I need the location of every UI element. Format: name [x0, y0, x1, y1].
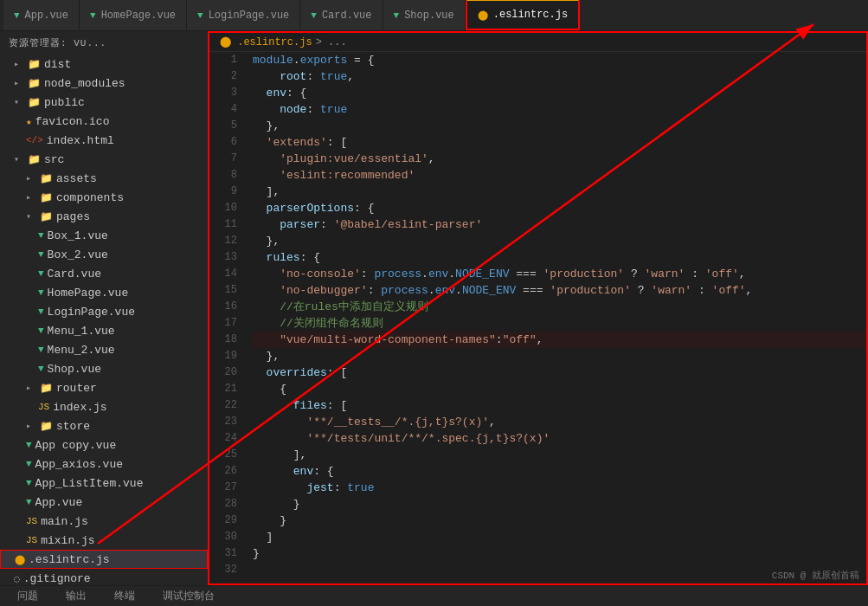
- vue-file-icon: ▼: [38, 345, 44, 355]
- sidebar-item-store[interactable]: ▸📁store: [0, 416, 208, 435]
- tree-item-label: index.js: [53, 401, 106, 414]
- sidebar-item-favicon_ico[interactable]: ★favicon.ico: [0, 112, 208, 131]
- tab-homepage-vue[interactable]: ▼ HomePage.vue: [80, 0, 187, 30]
- line-num-3: 3: [209, 85, 237, 101]
- tree-item-label: LoginPage.vue: [48, 306, 135, 319]
- sidebar-item-homepage_vue[interactable]: ▼HomePage.vue: [0, 283, 208, 302]
- code-line-13: rules: {: [253, 249, 866, 266]
- code-line-21: {: [253, 381, 866, 397]
- code-line-18: "vue/multi-word-component-names":"off",: [253, 332, 866, 348]
- sidebar-item-main_js[interactable]: JSmain.js: [0, 512, 208, 531]
- sidebar-item-card_vue[interactable]: ▼Card.vue: [0, 264, 208, 283]
- chevron-icon: ▸: [26, 383, 36, 393]
- ico-file-icon: ★: [26, 116, 32, 127]
- tree-item-label: HomePage.vue: [48, 287, 129, 300]
- tab-card-vue[interactable]: ▼ Card.vue: [300, 0, 383, 30]
- sidebar-item-app_copy_vue[interactable]: ▼App copy.vue: [0, 435, 208, 455]
- tab-app-vue[interactable]: ▼ App.vue: [3, 0, 80, 30]
- line-num-25: 25: [209, 447, 237, 463]
- chevron-icon: ▸: [14, 78, 24, 88]
- vue-file-icon: ▼: [26, 478, 32, 488]
- code-line-12: },: [253, 233, 866, 249]
- panel-tab-terminal[interactable]: 终端: [111, 589, 138, 603]
- code-line-19: },: [253, 348, 866, 364]
- sidebar-item-mixin_js[interactable]: JSmixin.js: [0, 531, 208, 550]
- sidebar-item-pages[interactable]: ▾📁pages: [0, 207, 208, 226]
- code-lines: module.exports = { root: true, env: { no…: [246, 52, 866, 583]
- sidebar-item-shop_vue[interactable]: ▼Shop.vue: [0, 359, 208, 378]
- line-num-28: 28: [209, 496, 237, 513]
- editor-scroll[interactable]: 1234567891011121314151617181920212223242…: [209, 52, 866, 583]
- code-line-17: //关闭组件命名规则: [253, 315, 866, 332]
- sidebar-item-box_2_vue[interactable]: ▼Box_2.vue: [0, 245, 208, 264]
- bottom-panel: 问题 输出 终端 调试控制台: [0, 585, 868, 606]
- folder-icon: 📁: [28, 96, 41, 109]
- vue-icon: ▼: [90, 10, 96, 21]
- code-container: 1234567891011121314151617181920212223242…: [209, 52, 866, 583]
- sidebar-item-menu_1_vue[interactable]: ▼Menu_1.vue: [0, 321, 208, 340]
- sidebar-item-box_1_vue[interactable]: ▼Box_1.vue: [0, 226, 208, 245]
- panel-tab-problems[interactable]: 问题: [14, 589, 42, 603]
- tree-item-label: dist: [44, 58, 71, 71]
- breadcrumb-eslint: ⬤ .eslintrc.js: [220, 35, 312, 48]
- tree-item-label: .eslintrc.js: [29, 553, 110, 566]
- line-num-5: 5: [209, 118, 237, 134]
- panel-tab-output[interactable]: 输出: [62, 589, 90, 603]
- code-line-28: }: [253, 496, 866, 513]
- sidebar-item-app_listitem_vue[interactable]: ▼App_ListItem.vue: [0, 474, 208, 493]
- sidebar-item-app_axios_vue[interactable]: ▼App_axios.vue: [0, 455, 208, 474]
- line-num-13: 13: [209, 249, 237, 266]
- tree-item-label: App_ListItem.vue: [35, 477, 144, 490]
- sidebar-item-node_modules[interactable]: ▸📁node_modules: [0, 74, 208, 93]
- sidebar-header: 资源管理器: VU...: [0, 31, 208, 55]
- line-num-8: 8: [209, 167, 237, 184]
- sidebar-item-_gitignore[interactable]: ◌.gitignore: [0, 569, 208, 585]
- code-line-23: '**/__tests__/*.{j,t}s?(x)',: [253, 414, 866, 430]
- main-layout: 资源管理器: VU... ▸📁dist▸📁node_modules▾📁publi…: [0, 31, 868, 585]
- code-line-30: ]: [253, 529, 866, 545]
- vue-file-icon: ▼: [38, 287, 44, 298]
- chevron-icon: ▾: [14, 97, 24, 107]
- sidebar-item-app_vue[interactable]: ▼App.vue: [0, 493, 208, 512]
- vue-file-icon: ▼: [38, 249, 44, 260]
- panel-tab-debug[interactable]: 调试控制台: [159, 589, 218, 603]
- sidebar-item-dist[interactable]: ▸📁dist: [0, 55, 208, 74]
- code-line-5: },: [253, 118, 866, 134]
- line-num-7: 7: [209, 151, 237, 167]
- vue-file-icon: ▼: [38, 306, 44, 317]
- tree-item-label: Shop.vue: [48, 363, 101, 376]
- tree-item-label: App copy.vue: [35, 439, 117, 452]
- folder-icon: 📁: [40, 210, 53, 223]
- folder-icon: 📁: [28, 153, 41, 166]
- line-num-17: 17: [209, 315, 237, 332]
- sidebar-item-src[interactable]: ▾📁src: [0, 150, 208, 169]
- sidebar-item-components[interactable]: ▸📁components: [0, 188, 208, 207]
- tab-loginpage-vue[interactable]: ▼ LoginPage.vue: [187, 0, 300, 30]
- tree-item-label: Box_2.vue: [48, 248, 108, 261]
- code-line-15: 'no-debugger': process.env.NODE_ENV === …: [253, 282, 866, 299]
- tree-item-label: Card.vue: [48, 268, 101, 280]
- vue-icon: ▼: [197, 10, 203, 21]
- sidebar-item-public[interactable]: ▾📁public: [0, 93, 208, 112]
- line-num-29: 29: [209, 513, 237, 529]
- tab-eslintrc-js[interactable]: ⬤ .eslintrc.js: [466, 0, 580, 30]
- vue-file-icon: ▼: [26, 459, 32, 469]
- html-file-icon: </>: [26, 135, 43, 145]
- sidebar-item-menu_2_vue[interactable]: ▼Menu_2.vue: [0, 340, 208, 359]
- tree-item-label: node_modules: [44, 77, 125, 90]
- tab-shop-vue[interactable]: ▼ Shop.vue: [383, 0, 466, 30]
- line-numbers: 1234567891011121314151617181920212223242…: [209, 52, 246, 583]
- js-file-icon: JS: [26, 516, 37, 526]
- sidebar-item-index_html[interactable]: </>index.html: [0, 131, 208, 150]
- code-line-8: 'eslint:recommended': [253, 167, 866, 184]
- sidebar-item-index_js[interactable]: JSindex.js: [0, 397, 208, 416]
- sidebar-item-assets[interactable]: ▸📁assets: [0, 169, 208, 188]
- tree-item-label: Menu_2.vue: [48, 344, 115, 357]
- sidebar-item-_eslintrc_js[interactable]: ⬤.eslintrc.js: [0, 550, 208, 569]
- code-line-22: files: [: [253, 397, 866, 414]
- sidebar-item-loginpage_vue[interactable]: ▼LoginPage.vue: [0, 302, 208, 321]
- vue-icon: ▼: [311, 10, 317, 21]
- vue-file-icon: ▼: [26, 497, 32, 507]
- sidebar-item-router[interactable]: ▸📁router: [0, 378, 208, 397]
- code-line-29: }: [253, 513, 866, 529]
